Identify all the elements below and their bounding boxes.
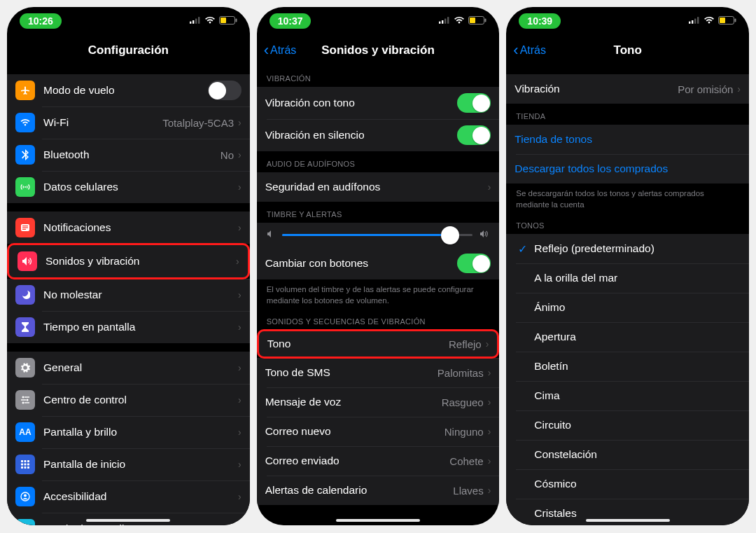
settings-cell[interactable]: Constelación xyxy=(506,440,749,469)
cell-label: Vibración xyxy=(514,83,678,95)
settings-cell[interactable]: No molestar › xyxy=(7,279,250,311)
settings-cell[interactable]: Accesibilidad › xyxy=(7,480,250,513)
cell-label: Datos celulares xyxy=(43,181,238,193)
wifi-icon xyxy=(704,15,715,27)
section-header: SONIDOS Y SECUENCIAS DE VIBRACIÓN xyxy=(257,309,500,330)
content-area[interactable]: Modo de vuelo Wi-Fi Totalplay-5CA3› Blue… xyxy=(7,66,250,525)
settings-cell[interactable]: ✓ Reflejo (predeterminado) xyxy=(506,234,749,263)
content-area[interactable]: VIBRACIÓN Vibración con tono Vibración e… xyxy=(257,66,500,525)
section-header: VIBRACIÓN xyxy=(257,66,500,87)
signal-icon xyxy=(689,15,700,27)
toggle-switch[interactable] xyxy=(457,125,491,145)
content-area[interactable]: Vibración Por omisión› TIENDA Tienda de … xyxy=(506,66,749,525)
toggle-switch[interactable] xyxy=(457,254,491,273)
svg-rect-33 xyxy=(439,22,440,24)
settings-cell[interactable]: Alertas de calendario Llaves› xyxy=(257,476,500,505)
chevron-right-icon: › xyxy=(737,83,741,95)
svg-rect-42 xyxy=(694,19,696,24)
settings-cell[interactable]: Descargar todos los comprados xyxy=(506,154,749,184)
time-pill[interactable]: 10:26 xyxy=(20,13,62,29)
settings-cell[interactable]: A la orilla del mar xyxy=(506,263,749,293)
svg-rect-0 xyxy=(190,22,191,24)
settings-cell[interactable]: Tono Reflejo› xyxy=(257,329,500,359)
volume-slider[interactable] xyxy=(282,234,473,236)
cell-label: A la orilla del mar xyxy=(534,272,741,284)
section-header: TIMBRE Y ALERTAS xyxy=(257,202,500,223)
cell-value: Totalplay-5CA3 xyxy=(162,117,234,129)
back-button[interactable]: ‹Atrás xyxy=(264,43,297,58)
cell-label: Bluetooth xyxy=(43,148,220,161)
settings-cell[interactable]: Vibración Por omisión› xyxy=(506,74,749,104)
settings-cell[interactable]: Vibración en silencio xyxy=(257,119,500,151)
svg-rect-20 xyxy=(21,464,23,466)
svg-rect-9 xyxy=(22,227,28,228)
settings-cell[interactable]: Cósmico xyxy=(506,469,749,499)
cell-label: Cambiar con botones xyxy=(265,257,458,270)
settings-cell[interactable]: Bluetooth No› xyxy=(7,139,250,171)
chevron-right-icon: › xyxy=(488,181,491,193)
svg-point-27 xyxy=(24,494,27,497)
page-title: Sonidos y vibración xyxy=(321,43,435,57)
settings-cell[interactable]: Correo nuevo Ninguno› xyxy=(257,417,500,446)
svg-rect-5 xyxy=(220,18,226,23)
home-indicator[interactable] xyxy=(86,519,170,522)
page-title: Configuración xyxy=(88,43,169,57)
chevron-right-icon: › xyxy=(488,396,491,408)
back-button[interactable]: ‹Atrás xyxy=(513,43,546,58)
svg-rect-46 xyxy=(735,19,736,22)
cell-label: Circuito xyxy=(534,419,741,431)
signal-icon xyxy=(190,15,201,27)
settings-cell[interactable]: Tienda de tonos xyxy=(506,125,749,154)
settings-cell[interactable]: Tono de SMS Palomitas› xyxy=(257,358,500,387)
svg-point-11 xyxy=(22,396,24,399)
settings-cell[interactable]: AA Pantalla y brillo › xyxy=(7,416,250,448)
settings-cell[interactable]: Ánimo xyxy=(506,293,749,322)
bluetooth-icon xyxy=(15,145,35,165)
settings-cell[interactable]: Tiempo en pantalla › xyxy=(7,311,250,343)
settings-cell[interactable]: Seguridad en audífonos › xyxy=(257,172,500,202)
settings-cell[interactable]: Notificaciones › xyxy=(7,212,250,244)
settings-cell[interactable]: Boletín xyxy=(506,352,749,381)
settings-cell[interactable]: Modo de vuelo xyxy=(7,74,250,106)
battery-icon xyxy=(468,15,486,27)
settings-cell[interactable]: Sonidos y vibración › xyxy=(7,243,250,279)
cell-label: Constelación xyxy=(534,448,741,461)
cell-label: Cósmico xyxy=(534,478,741,490)
status-icons xyxy=(689,15,736,27)
home-indicator[interactable] xyxy=(336,519,420,522)
settings-cell[interactable]: Vibración con tono xyxy=(257,87,500,119)
svg-point-29 xyxy=(24,525,27,525)
toggle-switch[interactable] xyxy=(457,93,491,113)
cell-label: Ánimo xyxy=(534,301,741,314)
time-pill[interactable]: 10:39 xyxy=(519,13,561,29)
slider-thumb[interactable] xyxy=(441,226,459,244)
cell-label: Boletín xyxy=(534,360,741,373)
cell-label: Centro de control xyxy=(43,394,238,406)
cell-label: Correo nuevo xyxy=(265,425,444,438)
cellular-icon xyxy=(15,177,35,197)
volume-slider-cell[interactable] xyxy=(257,223,500,247)
cell-label: Cima xyxy=(534,389,741,402)
settings-cell[interactable]: Correo enviado Cohete› xyxy=(257,446,500,476)
gear-icon xyxy=(15,358,35,378)
settings-cell[interactable]: Cambiar con botones xyxy=(257,247,500,279)
settings-cell[interactable]: Datos celulares › xyxy=(7,171,250,203)
settings-cell[interactable]: Circuito xyxy=(506,410,749,440)
volume-high-icon xyxy=(479,230,489,240)
cell-value: No xyxy=(220,149,234,161)
settings-cell[interactable]: Wi-Fi Totalplay-5CA3› xyxy=(7,106,250,139)
settings-cell[interactable]: Cima xyxy=(506,381,749,410)
time-pill[interactable]: 10:37 xyxy=(270,13,312,29)
home-indicator[interactable] xyxy=(586,519,670,522)
cell-value: Cohete xyxy=(449,455,483,467)
toggle-switch[interactable] xyxy=(208,81,241,100)
settings-cell[interactable]: Mensaje de voz Rasgueo› xyxy=(257,387,500,417)
chevron-left-icon: ‹ xyxy=(264,43,269,58)
settings-cell[interactable]: Apertura xyxy=(506,322,749,352)
settings-cell[interactable]: Centro de control › xyxy=(7,384,250,416)
settings-cell[interactable]: Pantalla de inicio › xyxy=(7,448,250,480)
nav-header: ‹AtrásTono xyxy=(506,35,749,66)
chevron-right-icon: › xyxy=(238,459,241,470)
settings-cell[interactable]: General › xyxy=(7,352,250,384)
svg-rect-6 xyxy=(235,19,237,22)
